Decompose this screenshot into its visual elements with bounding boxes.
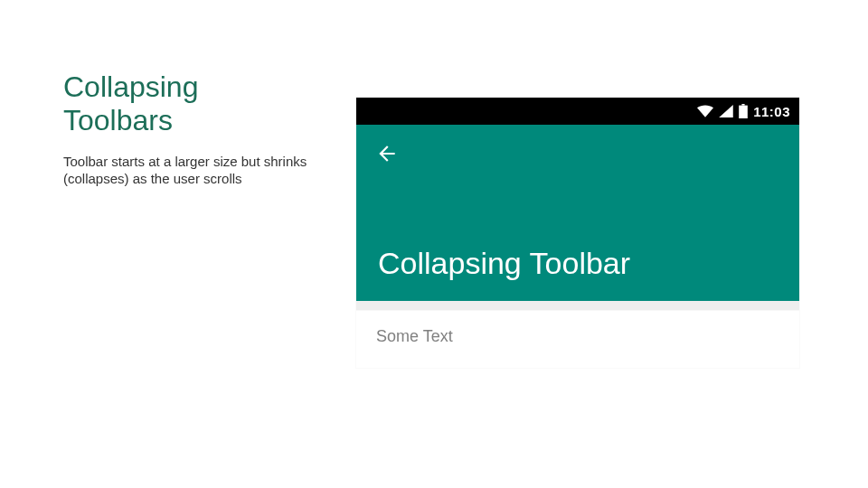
heading-line-2: Toolbars	[63, 104, 173, 136]
appbar-title: Collapsing Toolbar	[378, 246, 630, 281]
battery-icon	[739, 104, 748, 118]
page-title: Collapsing Toolbars	[63, 70, 198, 137]
description-text: Toolbar starts at a larger size but shri…	[63, 154, 326, 188]
wifi-icon	[697, 105, 713, 117]
heading-line-1: Collapsing	[63, 70, 198, 103]
back-arrow-icon	[375, 142, 399, 165]
slide: Collapsing Toolbars Toolbar starts at a …	[0, 0, 868, 488]
svg-rect-0	[739, 106, 748, 118]
svg-rect-1	[742, 104, 745, 106]
content-divider	[356, 301, 799, 310]
signal-icon	[719, 105, 733, 117]
status-bar: 11:03	[356, 98, 799, 125]
content-text: Some Text	[356, 310, 799, 368]
device-mock: 11:03 Collapsing Toolbar Some Text	[356, 98, 799, 368]
back-button[interactable]	[371, 137, 403, 170]
collapsing-appbar: Collapsing Toolbar	[356, 125, 799, 301]
status-time: 11:03	[753, 104, 790, 119]
